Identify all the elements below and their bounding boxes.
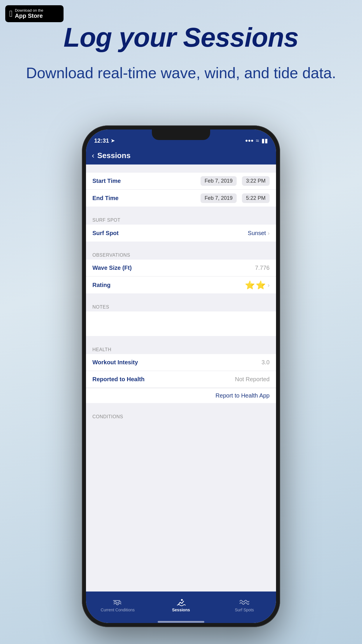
notes-input[interactable] xyxy=(86,312,276,335)
wave-size-label: Wave Size (Ft) xyxy=(92,265,255,271)
wave-size-row: Wave Size (Ft) 7.776 xyxy=(86,260,276,276)
surf-spot-section: Surf Spot Sunset › xyxy=(86,225,276,242)
start-time-row: Start Time Feb 7, 2019 3:22 PM xyxy=(86,173,276,190)
start-time-badges: Feb 7, 2019 3:22 PM xyxy=(198,176,270,186)
surf-spot-section-label: SURF SPOT xyxy=(92,218,120,223)
back-button[interactable]: ‹ Sessions xyxy=(92,151,131,160)
start-time-badge[interactable]: 3:22 PM xyxy=(242,176,270,186)
rating-chevron-icon: › xyxy=(268,282,270,288)
end-date-badge[interactable]: Feb 7, 2019 xyxy=(201,193,237,203)
workout-intensity-row: Workout Intesity 3.0 xyxy=(86,354,276,371)
reported-to-health-row: Reported to Health Not Reported xyxy=(86,371,276,388)
end-time-label: End Time xyxy=(92,195,198,202)
app-store-label: App Store xyxy=(15,13,43,19)
end-time-row: End Time Feb 7, 2019 5:22 PM xyxy=(86,190,276,206)
observations-header: OBSERVATIONS xyxy=(86,250,276,260)
tab-current-conditions-label: Current Conditions xyxy=(101,608,135,612)
rating-stars: ⭐ ⭐ xyxy=(245,280,266,290)
health-header: HEALTH xyxy=(86,344,276,354)
content-area: Start Time Feb 7, 2019 3:22 PM End Time … xyxy=(86,164,276,592)
surf-spot-header: SURF SPOT xyxy=(86,215,276,225)
status-time: 12:31 ➤ xyxy=(94,137,115,144)
tab-sessions-label: Sessions xyxy=(172,608,190,612)
time-display: 12:31 xyxy=(94,137,109,144)
health-section-label: HEALTH xyxy=(92,347,111,352)
end-time-badges: Feb 7, 2019 5:22 PM xyxy=(198,193,270,203)
health-section: Workout Intesity 3.0 Reported to Health … xyxy=(86,354,276,403)
tab-sessions[interactable]: Sessions xyxy=(149,598,212,612)
reported-to-health-label: Reported to Health xyxy=(92,376,235,383)
start-time-label: Start Time xyxy=(92,178,198,184)
home-bar xyxy=(158,621,204,623)
time-section: Start Time Feb 7, 2019 3:22 PM End Time … xyxy=(86,173,276,206)
workout-intensity-value: 3.0 xyxy=(261,359,270,366)
battery-icon: ▮▮ xyxy=(261,137,268,144)
phone-outer: 12:31 ➤ ●●● ≈ ▮▮ ‹ Sessions xyxy=(82,125,280,627)
page-subtitle: Download real-time wave, wind, and tide … xyxy=(0,63,362,83)
app-store-badge[interactable]:  Download on the App Store xyxy=(5,5,64,22)
download-on-label: Download on the xyxy=(15,8,43,13)
back-chevron-icon: ‹ xyxy=(92,151,94,160)
start-date-badge[interactable]: Feb 7, 2019 xyxy=(201,176,237,186)
rating-label: Rating xyxy=(92,282,245,288)
report-button-row: Report to Health App xyxy=(86,388,276,403)
wifi-icon: ≈ xyxy=(256,137,259,144)
surf-spot-row[interactable]: Surf Spot Sunset › xyxy=(86,225,276,242)
phone-mockup: 12:31 ➤ ●●● ≈ ▮▮ ‹ Sessions xyxy=(82,125,280,627)
wind-conditions-icon xyxy=(113,598,123,606)
nav-bar: ‹ Sessions xyxy=(86,146,276,164)
star-2-icon: ⭐ xyxy=(256,280,266,290)
conditions-section-label: CONDITIONS xyxy=(92,414,123,419)
notes-section-label: NOTES xyxy=(92,304,109,309)
surf-spot-value: Sunset xyxy=(248,230,266,237)
sessions-icon xyxy=(176,598,186,606)
nav-title: Sessions xyxy=(97,151,131,160)
tab-current-conditions[interactable]: Current Conditions xyxy=(86,598,149,612)
conditions-header: CONDITIONS xyxy=(86,411,276,421)
tab-surf-spots-label: Surf Spots xyxy=(235,608,254,612)
apple-icon:  xyxy=(9,9,13,18)
surf-spot-label: Surf Spot xyxy=(92,230,248,237)
badge-text: Download on the App Store xyxy=(15,8,43,19)
observations-section: Wave Size (Ft) 7.776 Rating ⭐ ⭐ › xyxy=(86,260,276,293)
svg-point-1 xyxy=(181,599,183,601)
wave-size-value: 7.776 xyxy=(255,265,270,271)
notes-section xyxy=(86,312,276,336)
rating-row[interactable]: Rating ⭐ ⭐ › xyxy=(86,276,276,293)
observations-section-label: OBSERVATIONS xyxy=(92,253,130,258)
surf-spots-icon xyxy=(239,598,249,606)
location-icon: ➤ xyxy=(111,138,115,144)
tab-surf-spots[interactable]: Surf Spots xyxy=(213,598,276,612)
star-1-icon: ⭐ xyxy=(245,280,255,290)
phone-notch xyxy=(152,130,210,140)
workout-intensity-label: Workout Intesity xyxy=(92,359,261,366)
status-icons: ●●● ≈ ▮▮ xyxy=(245,137,268,144)
home-indicator xyxy=(86,621,276,623)
report-to-health-button[interactable]: Report to Health App xyxy=(215,392,270,399)
reported-to-health-value: Not Reported xyxy=(235,376,270,383)
tab-bar: Current Conditions Sessions Surf Sp xyxy=(86,592,276,621)
end-time-badge[interactable]: 5:22 PM xyxy=(242,193,270,203)
phone-inner: 12:31 ➤ ●●● ≈ ▮▮ ‹ Sessions xyxy=(86,130,276,623)
notes-header: NOTES xyxy=(86,302,276,312)
signal-bars-icon: ●●● xyxy=(245,138,254,143)
surf-spot-chevron-icon: › xyxy=(268,230,270,237)
